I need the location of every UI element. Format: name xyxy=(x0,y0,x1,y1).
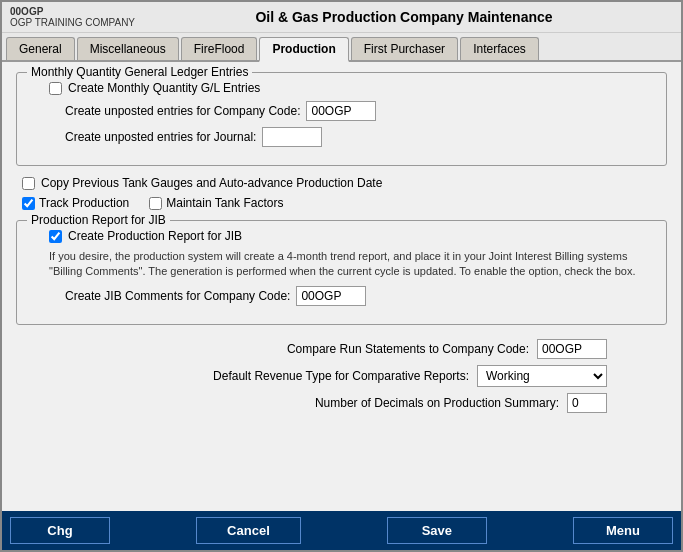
company-code-row: Create unposted entries for Company Code… xyxy=(65,101,654,121)
tab-content: Monthly Quantity General Ledger Entries … xyxy=(2,62,681,511)
company-code-input[interactable] xyxy=(306,101,376,121)
production-report-group-title: Production Report for JIB xyxy=(27,213,170,227)
maintain-tank-item: Maintain Tank Factors xyxy=(149,196,283,210)
create-monthly-label: Create Monthly Quantity G/L Entries xyxy=(68,81,260,95)
jib-company-code-input[interactable] xyxy=(296,286,366,306)
title-bar: 00OGP OGP TRAINING COMPANY Oil & Gas Pro… xyxy=(2,2,681,33)
create-monthly-row: Create Monthly Quantity G/L Entries xyxy=(49,81,654,95)
track-production-item: Track Production xyxy=(22,196,129,210)
tabs-bar: General Miscellaneous FireFlood Producti… xyxy=(2,33,681,62)
chg-button[interactable]: Chg xyxy=(10,517,110,544)
copy-tank-checkbox[interactable] xyxy=(22,177,35,190)
track-production-checkbox[interactable] xyxy=(22,197,35,210)
jib-description: If you desire, the production system wil… xyxy=(49,249,654,280)
copy-tank-label: Copy Previous Tank Gauges and Auto-advan… xyxy=(41,176,382,190)
compare-run-input[interactable] xyxy=(537,339,607,359)
compare-run-row: Compare Run Statements to Company Code: xyxy=(16,339,667,359)
copy-tank-row: Copy Previous Tank Gauges and Auto-advan… xyxy=(22,176,667,190)
company-name: OGP TRAINING COMPANY xyxy=(10,17,135,28)
track-maintain-row: Track Production Maintain Tank Factors xyxy=(22,196,667,210)
company-code: 00OGP xyxy=(10,6,135,17)
decimals-input[interactable] xyxy=(567,393,607,413)
create-monthly-checkbox[interactable] xyxy=(49,82,62,95)
main-window: 00OGP OGP TRAINING COMPANY Oil & Gas Pro… xyxy=(0,0,683,552)
menu-button[interactable]: Menu xyxy=(573,517,673,544)
jib-company-code-row: Create JIB Comments for Company Code: xyxy=(65,286,654,306)
bottom-bar: Chg Cancel Save Menu xyxy=(2,511,681,550)
decimals-row: Number of Decimals on Production Summary… xyxy=(16,393,667,413)
default-revenue-row: Default Revenue Type for Comparative Rep… xyxy=(16,365,667,387)
save-button[interactable]: Save xyxy=(387,517,487,544)
jib-company-code-label: Create JIB Comments for Company Code: xyxy=(65,289,290,303)
journal-row: Create unposted entries for Journal: xyxy=(65,127,654,147)
maintain-tank-checkbox[interactable] xyxy=(149,197,162,210)
decimals-label: Number of Decimals on Production Summary… xyxy=(315,396,559,410)
default-revenue-select[interactable]: Working Royalty Overriding Royalty xyxy=(477,365,607,387)
tab-fireflood[interactable]: FireFlood xyxy=(181,37,258,60)
create-jib-checkbox[interactable] xyxy=(49,230,62,243)
create-jib-label: Create Production Report for JIB xyxy=(68,229,242,243)
journal-input[interactable] xyxy=(262,127,322,147)
company-code-label: Create unposted entries for Company Code… xyxy=(65,104,300,118)
track-production-label: Track Production xyxy=(39,196,129,210)
tab-first-purchaser[interactable]: First Purchaser xyxy=(351,37,458,60)
cancel-button[interactable]: Cancel xyxy=(196,517,301,544)
tab-miscellaneous[interactable]: Miscellaneous xyxy=(77,37,179,60)
create-jib-row: Create Production Report for JIB xyxy=(49,229,654,243)
tab-general[interactable]: General xyxy=(6,37,75,60)
monthly-quantity-group: Monthly Quantity General Ledger Entries … xyxy=(16,72,667,166)
production-report-group: Production Report for JIB Create Product… xyxy=(16,220,667,325)
maintain-tank-label: Maintain Tank Factors xyxy=(166,196,283,210)
monthly-quantity-group-title: Monthly Quantity General Ledger Entries xyxy=(27,65,252,79)
default-revenue-label: Default Revenue Type for Comparative Rep… xyxy=(213,369,469,383)
company-info: 00OGP OGP TRAINING COMPANY xyxy=(10,6,135,28)
journal-label: Create unposted entries for Journal: xyxy=(65,130,256,144)
window-title: Oil & Gas Production Company Maintenance xyxy=(135,9,673,25)
compare-run-label: Compare Run Statements to Company Code: xyxy=(287,342,529,356)
tab-production[interactable]: Production xyxy=(259,37,348,62)
tab-interfaces[interactable]: Interfaces xyxy=(460,37,539,60)
